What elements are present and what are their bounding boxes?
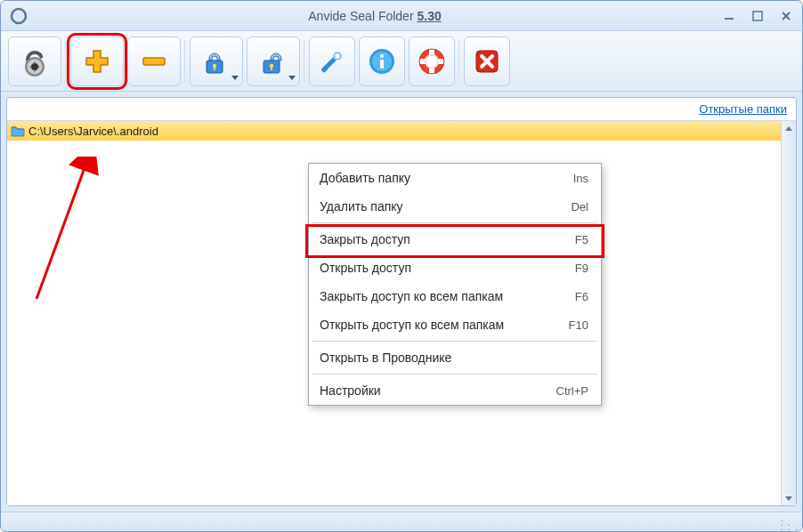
app-icon — [8, 5, 29, 27]
ctx-label: Открыть доступ — [320, 261, 411, 275]
open-access-button[interactable] — [247, 36, 300, 86]
chevron-down-icon — [288, 76, 296, 80]
svg-rect-16 — [271, 67, 272, 70]
exit-button[interactable] — [464, 36, 510, 86]
ctx-shortcut: F10 — [569, 318, 588, 332]
svg-point-5 — [31, 63, 38, 70]
titlebar: Anvide Seal Folder 5.30 — [1, 1, 802, 31]
ctx-open-access[interactable]: Открыть доступ F9 — [309, 254, 601, 282]
main-lock-button[interactable] — [8, 36, 61, 86]
svg-point-8 — [30, 66, 32, 68]
ctx-shortcut: F6 — [575, 290, 588, 303]
ctx-add-folder[interactable]: Добавить папку Ins — [309, 164, 601, 192]
app-window: Anvide Seal Folder 5.30 — [0, 0, 803, 532]
vertical-scrollbar[interactable] — [781, 121, 796, 505]
ctx-separator — [312, 341, 597, 342]
ctx-close-access[interactable]: Закрыть доступ F5 — [309, 225, 601, 254]
ctx-open-explorer[interactable]: Открыть в Проводнике — [309, 343, 601, 372]
title-version: 5.30 — [417, 9, 441, 23]
svg-point-0 — [12, 9, 26, 23]
scroll-up-button[interactable] — [782, 121, 796, 136]
toolbar-separator — [304, 40, 305, 83]
svg-rect-13 — [214, 67, 215, 70]
ctx-shortcut: F9 — [575, 262, 588, 275]
title-text: Anvide Seal Folder — [308, 9, 413, 23]
ctx-label: Закрыть доступ ко всем папкам — [320, 289, 503, 303]
svg-point-9 — [38, 66, 40, 68]
toolbar — [1, 31, 802, 92]
content-header: Открытые папки — [7, 98, 796, 121]
remove-folder-button[interactable] — [127, 36, 181, 86]
ctx-label: Открыть доступ ко всем папкам — [320, 318, 504, 332]
svg-rect-10 — [143, 58, 165, 65]
window-title: Anvide Seal Folder 5.30 — [29, 9, 720, 23]
ctx-open-all[interactable]: Открыть доступ ко всем папкам F10 — [309, 310, 601, 339]
toolbar-separator — [184, 40, 186, 83]
folder-open-icon — [11, 125, 25, 137]
ctx-label: Добавить папку — [320, 171, 410, 185]
ctx-label: Закрыть доступ — [320, 232, 410, 246]
svg-rect-2 — [753, 12, 762, 20]
window-controls — [720, 9, 795, 23]
close-button[interactable] — [777, 9, 795, 23]
ctx-label: Настройки — [320, 383, 381, 398]
svg-rect-23 — [380, 60, 384, 69]
toolbar-separator — [65, 40, 67, 83]
ctx-remove-folder[interactable]: Удалить папку Del — [309, 192, 601, 221]
ctx-shortcut: Ins — [573, 172, 588, 185]
ctx-label: Удалить папку — [320, 199, 403, 214]
ctx-shortcut: Del — [571, 200, 588, 214]
ctx-separator — [312, 374, 597, 375]
help-button[interactable] — [409, 36, 455, 86]
ctx-shortcut: F5 — [575, 233, 588, 246]
ctx-settings[interactable]: Настройки Ctrl+P — [309, 376, 601, 405]
svg-rect-1 — [725, 18, 734, 20]
info-button[interactable] — [359, 36, 405, 86]
svg-point-7 — [34, 69, 36, 71]
svg-point-6 — [34, 61, 36, 63]
open-folders-link[interactable]: Открытые папки — [699, 102, 787, 116]
context-menu: Добавить папку Ins Удалить папку Del Зак… — [308, 163, 602, 406]
chevron-down-icon — [231, 76, 239, 80]
settings-button[interactable] — [309, 36, 355, 86]
ctx-close-all[interactable]: Закрыть доступ ко всем папкам F6 — [309, 282, 601, 310]
svg-point-22 — [380, 54, 384, 58]
minimize-button[interactable] — [720, 9, 738, 23]
scroll-down-button[interactable] — [782, 136, 796, 151]
toolbar-separator — [458, 40, 460, 83]
folder-path: C:\Users\Jarvice\.android — [28, 125, 158, 138]
svg-point-18 — [336, 53, 340, 58]
close-access-button[interactable] — [190, 36, 243, 86]
maximize-button[interactable] — [749, 9, 766, 23]
add-folder-button[interactable] — [70, 36, 124, 86]
ctx-separator — [312, 222, 597, 223]
ctx-label: Открыть в Проводнике — [320, 351, 451, 365]
ctx-shortcut: Ctrl+P — [556, 384, 588, 398]
resize-grip[interactable]: .. .. . . — [781, 516, 799, 529]
folder-row[interactable]: C:\Users\Jarvice\.android — [7, 121, 796, 141]
statusbar: .. .. . . — [1, 512, 802, 531]
